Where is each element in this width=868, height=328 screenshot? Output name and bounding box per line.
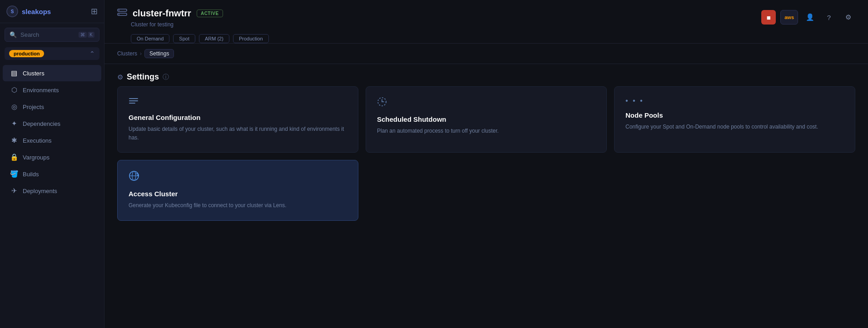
cluster-info: cluster-fnwtrr ACTIVE Cluster for testin… [117,8,761,43]
logo-text: sleakops [22,8,51,15]
sidebar-item-clusters[interactable]: ▤ Clusters [3,65,101,81]
grid-icon[interactable]: ⊞ [91,6,98,16]
aws-button[interactable]: aws [780,10,798,25]
access-cluster-icon [129,170,347,184]
sidebar-item-dependencies[interactable]: ✦ Dependencies [3,115,101,132]
svg-text:S: S [11,9,14,14]
sidebar-item-label: Deployments [23,188,57,194]
card-node-pools[interactable]: • • • Node Pools Configure your Spot and… [614,86,855,153]
logo: S sleakops [6,5,51,17]
page-help-icon[interactable]: ⓘ [163,73,169,81]
sidebar-nav: ▤ Clusters ⬡ Environments ◎ Projects ✦ D… [0,65,104,199]
sidebar-header: S sleakops ⊞ [0,0,104,23]
shortcut-k: K [88,32,94,38]
search-box[interactable]: 🔍 Search ⌘ K [5,28,99,42]
svg-point-4 [119,10,119,11]
builds-icon: 🪣 [10,170,18,178]
node-pools-title: Node Pools [625,111,844,119]
executions-icon: ✱ [10,136,18,144]
search-label: Search [20,31,75,38]
clusters-icon: ▤ [10,69,18,77]
dependencies-icon: ✦ [10,119,18,128]
red-square-button[interactable]: ■ [761,10,776,25]
topbar: cluster-fnwtrr ACTIVE Cluster for testin… [104,0,868,44]
settings-icon-button[interactable]: ⚙ [841,10,855,25]
sidebar-item-label: Environments [23,87,59,94]
cluster-title-row: cluster-fnwtrr ACTIVE [117,8,761,19]
sidebar-item-projects[interactable]: ◎ Projects [3,99,101,115]
scheduled-shutdown-icon [377,97,595,109]
environments-icon: ⬡ [10,86,18,94]
sidebar-item-vargroups[interactable]: 🔒 Vargroups [3,149,101,165]
access-cluster-desc: Generate your Kubeconfig file to connect… [129,201,347,210]
sidebar-item-label: Dependencies [23,120,60,127]
page-header: ⚙ Settings ⓘ [104,64,868,86]
card-access-cluster[interactable]: Access Cluster Generate your Kubeconfig … [117,160,358,220]
scheduled-shutdown-title: Scheduled Shutdown [377,115,595,123]
breadcrumb-separator: › [140,50,142,57]
svg-point-5 [119,14,119,15]
env-caret-icon: ⌃ [89,50,95,57]
card-scheduled-shutdown[interactable]: Scheduled Shutdown Plan an automated pro… [366,86,607,153]
svg-point-15 [137,174,139,176]
topbar-actions: ■ aws 👤 ? ⚙ [761,8,855,25]
breadcrumb-parent[interactable]: Clusters [117,50,137,57]
logo-icon: S [6,5,18,17]
env-selector[interactable]: production ⌃ [5,47,99,60]
tag-arm: ARM (2) [199,34,229,43]
sidebar-item-builds[interactable]: 🪣 Builds [3,166,101,182]
deployments-icon: ✈ [10,187,18,195]
env-badge: production [9,50,44,57]
sidebar-item-label: Projects [23,104,44,110]
vargroups-icon: 🔒 [10,153,18,161]
breadcrumb: Clusters › Settings [104,44,868,64]
search-icon: 🔍 [10,31,17,38]
access-cluster-title: Access Cluster [129,190,347,198]
cluster-icon [117,9,127,18]
cluster-shape-icon [117,9,127,16]
main-content: cluster-fnwtrr ACTIVE Cluster for testin… [104,0,868,328]
active-badge: ACTIVE [197,10,223,17]
page-title-icon: ⚙ [117,73,123,81]
sidebar-item-deployments[interactable]: ✈ Deployments [3,183,101,199]
node-pools-desc: Configure your Spot and On-Demand node p… [625,123,844,131]
sidebar-item-label: Vargroups [23,154,50,161]
help-icon-button[interactable]: ? [822,10,836,25]
user-icon-button[interactable]: 👤 [803,10,817,25]
breadcrumb-current: Settings [144,49,174,58]
cluster-tags: On Demand Spot ARM (2) Production [131,34,761,43]
tag-spot: Spot [173,34,195,43]
general-config-title: General Configuration [129,114,347,121]
card-general-config[interactable]: General Configuration Update basic detai… [117,86,358,153]
node-pools-icon: • • • [625,97,844,105]
sidebar-item-label: Clusters [23,70,45,77]
sidebar: S sleakops ⊞ 🔍 Search ⌘ K production ⌃ ▤… [0,0,104,328]
sidebar-item-executions[interactable]: ✱ Executions [3,132,101,149]
scheduled-shutdown-desc: Plan an automated process to turn off yo… [377,127,595,135]
projects-icon: ◎ [10,103,18,111]
sidebar-item-label: Executions [23,137,52,144]
cluster-desc: Cluster for testing [131,21,761,28]
sidebar-item-label: Builds [23,171,39,178]
sidebar-item-environments[interactable]: ⬡ Environments [3,82,101,98]
search-shortcut: ⌘ K [79,32,94,38]
tag-production: Production [233,34,269,43]
general-config-icon [129,97,347,107]
cluster-name: cluster-fnwtrr [133,8,191,19]
general-config-desc: Update basic details of your cluster, su… [129,125,347,142]
settings-cards-grid: General Configuration Update basic detai… [104,86,868,234]
tag-on-demand: On Demand [131,34,169,43]
page-title: Settings [127,72,159,82]
shortcut-cmd: ⌘ [79,32,87,38]
